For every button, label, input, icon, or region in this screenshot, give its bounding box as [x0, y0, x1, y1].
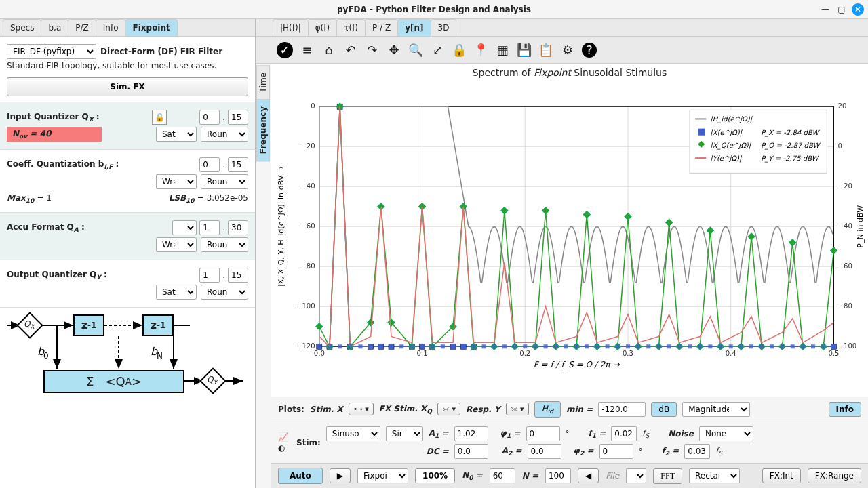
accu-frac-input[interactable]: [228, 220, 248, 235]
fft-button[interactable]: FFT: [653, 468, 682, 484]
play-button[interactable]: ▶: [330, 468, 351, 483]
check-circle-icon[interactable]: ✓: [277, 42, 293, 58]
qy-int-input[interactable]: [199, 268, 220, 283]
save-icon[interactable]: 💾: [517, 43, 532, 58]
plots-row: Plots: Stim. X •• ▾ FX Stim. XQ ⩙ ▾ Resp…: [271, 396, 868, 422]
svg-rect-82: [533, 344, 537, 348]
a2-input[interactable]: [528, 444, 561, 459]
tab-tau[interactable]: τ(f): [336, 19, 366, 36]
prev-button[interactable]: ◀: [578, 468, 599, 483]
back-icon[interactable]: ↶: [343, 43, 358, 58]
tab-pz2[interactable]: P / Z: [365, 19, 398, 36]
dc-input[interactable]: [454, 444, 488, 459]
accu-int-input[interactable]: [199, 220, 220, 235]
forward-icon[interactable]: ↷: [365, 43, 380, 58]
f1-input[interactable]: [611, 426, 637, 441]
accu-ovfl-select[interactable]: Wrap: [156, 237, 197, 252]
file-select[interactable]: [626, 468, 646, 483]
a1-input[interactable]: [454, 426, 488, 441]
tab-specs[interactable]: Specs: [3, 19, 41, 36]
magnitude-select[interactable]: Magnitude: [682, 402, 750, 417]
close-icon[interactable]: ✕: [852, 3, 864, 16]
line-icon[interactable]: 📈: [278, 432, 288, 442]
contrast-icon[interactable]: ◐: [278, 443, 288, 453]
pan-icon[interactable]: ✥: [387, 43, 401, 58]
stimx-select[interactable]: •• ▾: [349, 403, 374, 415]
f2-input[interactable]: [684, 444, 710, 459]
tab-3d[interactable]: 3D: [431, 19, 457, 36]
svg-rect-72: [431, 344, 435, 348]
fxrange-button[interactable]: FX:Range: [808, 468, 861, 483]
qy-frac-input[interactable]: [228, 268, 248, 283]
svg-rect-80: [513, 344, 517, 348]
auto-button[interactable]: Auto: [278, 468, 323, 484]
window-select[interactable]: Rectangular: [689, 468, 740, 483]
qx-frac-input[interactable]: [228, 110, 248, 125]
qy-ovfl-select[interactable]: Sat: [156, 285, 197, 300]
tab-yn[interactable]: y[n]: [397, 19, 431, 36]
svg-rect-100: [718, 344, 722, 348]
coeff-quant-select[interactable]: Round: [201, 174, 248, 189]
tab-fixpoint[interactable]: Fixpoint: [125, 19, 177, 36]
fxint-button[interactable]: FX:Int: [762, 468, 801, 483]
respy-select[interactable]: ⩙ ▾: [506, 403, 529, 415]
hid-button[interactable]: Hid: [534, 401, 561, 418]
pct-button[interactable]: 100%: [415, 468, 455, 483]
qx-ovfl-select[interactable]: Sat: [156, 127, 197, 142]
bottom-fx-select[interactable]: Fixpoint: [357, 468, 408, 483]
qx-int-input[interactable]: [199, 110, 220, 125]
paste-icon[interactable]: 📋: [538, 43, 553, 58]
svg-text:−60: −60: [300, 222, 315, 230]
sim-fx-button[interactable]: Sim. FX: [7, 77, 248, 96]
phi1-input[interactable]: [526, 426, 560, 441]
fxstim-select[interactable]: ⩙ ▾: [437, 403, 460, 415]
vtab-time[interactable]: Time: [256, 65, 270, 100]
stim-wave-select[interactable]: Sine: [386, 426, 423, 441]
svg-rect-107: [791, 344, 795, 348]
noise-select[interactable]: None: [699, 426, 753, 441]
tab-phi[interactable]: φ(f): [308, 19, 338, 36]
n-input[interactable]: [545, 468, 571, 483]
n0-input[interactable]: [490, 468, 515, 483]
home-icon[interactable]: ⌂: [321, 43, 336, 58]
accu-quant-select[interactable]: Round: [201, 237, 248, 252]
lock-toolbar-icon[interactable]: 🔒: [452, 43, 467, 58]
zoom-icon[interactable]: 🔍: [408, 43, 423, 58]
stim-type-select[interactable]: Sinusoid: [326, 426, 380, 441]
svg-text:0: 0: [311, 102, 315, 110]
qy-quant-select[interactable]: Round: [201, 285, 248, 300]
grid-icon[interactable]: ▦: [495, 43, 510, 58]
tab-hf[interactable]: |H(f)|: [273, 19, 309, 36]
svg-rect-103: [749, 344, 753, 348]
tab-info[interactable]: Info: [96, 19, 126, 36]
svg-text:0.3: 0.3: [623, 350, 633, 357]
svg-rect-69: [399, 344, 403, 348]
min-input[interactable]: [598, 402, 646, 417]
minimize-icon[interactable]: —: [819, 3, 831, 16]
lock-icon[interactable]: 🔒: [152, 110, 167, 125]
filter-impl-select[interactable]: FIR_DF (pyfixp): [7, 44, 96, 59]
settings-icon[interactable]: ⚙: [560, 43, 575, 58]
db-button[interactable]: dB: [651, 402, 677, 417]
marker-icon[interactable]: 📍: [473, 43, 488, 58]
phi2-input[interactable]: [599, 444, 633, 459]
vtab-frequency[interactable]: Frequency: [256, 99, 270, 161]
info-button[interactable]: Info: [829, 402, 861, 417]
svg-rect-75: [461, 344, 465, 348]
tab-pz[interactable]: P/Z: [68, 19, 96, 36]
delay-1: z-1: [73, 314, 104, 336]
svg-rect-61: [317, 344, 321, 348]
tab-ba[interactable]: b,a: [41, 19, 68, 36]
coeff-int-input[interactable]: [199, 157, 220, 172]
qx-quant-select[interactable]: Round: [201, 127, 248, 142]
svg-rect-67: [379, 344, 383, 348]
accu-mode-select[interactable]: A: [172, 220, 197, 235]
filter-impl-desc: Standard FIR topology, suitable for most…: [7, 61, 248, 70]
lines-icon[interactable]: ≡: [300, 43, 315, 58]
coeff-frac-input[interactable]: [228, 157, 248, 172]
maximize-icon[interactable]: ▢: [835, 3, 848, 16]
expand-icon[interactable]: ⤢: [430, 43, 445, 58]
svg-text:−60: −60: [837, 262, 852, 270]
help-icon[interactable]: ?: [582, 43, 597, 58]
coeff-ovfl-select[interactable]: Wrap: [156, 174, 197, 189]
